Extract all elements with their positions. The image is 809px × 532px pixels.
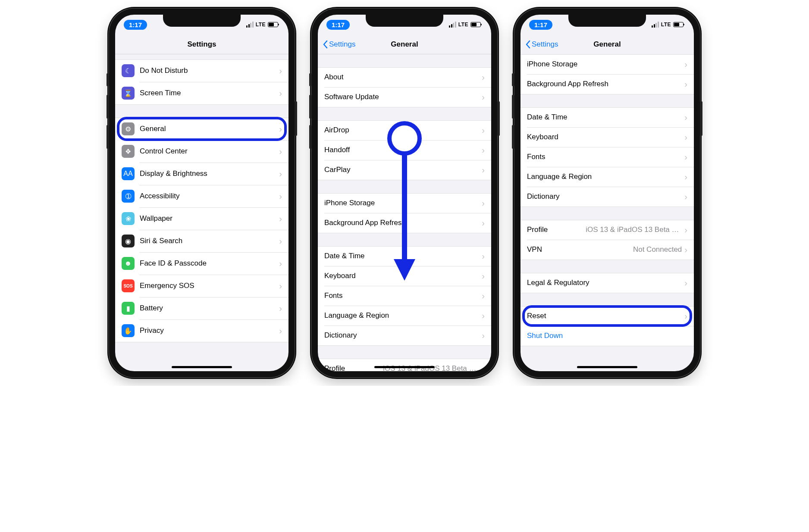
home-indicator[interactable] [172, 366, 232, 368]
row-siri[interactable]: ◉Siri & Search› [115, 230, 288, 252]
row-date-time[interactable]: Date & Time› [521, 107, 694, 127]
row-fonts[interactable]: Fonts› [318, 286, 491, 306]
battery-icon [470, 22, 481, 27]
general-list-scrolled[interactable]: iPhone Storage›Background App Refresh›Da… [521, 54, 694, 371]
row-label: Reset [527, 312, 684, 320]
row-label: Battery [140, 304, 279, 313]
row-label: CarPlay [324, 166, 482, 174]
row-keyboard[interactable]: Keyboard› [318, 266, 491, 286]
row-keyboard[interactable]: Keyboard› [521, 127, 694, 147]
privacy-icon: ✋ [122, 324, 135, 337]
row-language-region[interactable]: Language & Region› [318, 306, 491, 325]
chevron-right-icon: › [279, 169, 282, 178]
row-date-time[interactable]: Date & Time› [318, 246, 491, 266]
chevron-right-icon: › [684, 80, 687, 88]
general-list[interactable]: About›Software Update›AirDrop›Handoff›Ca… [318, 54, 491, 371]
settings-list[interactable]: ☾Do Not Disturb›⌛Screen Time›⚙General›❖C… [115, 54, 288, 371]
row-handoff[interactable]: Handoff› [318, 140, 491, 160]
chevron-right-icon: › [482, 331, 485, 340]
row-display[interactable]: AADisplay & Brightness› [115, 163, 288, 185]
row-legal[interactable]: Legal & Regulatory› [521, 273, 694, 293]
row-privacy[interactable]: ✋Privacy› [115, 319, 288, 342]
row-faceid[interactable]: ☻Face ID & Passcode› [115, 252, 288, 275]
chevron-right-icon: › [279, 66, 282, 75]
chevron-right-icon: › [482, 291, 485, 300]
row-dictionary[interactable]: Dictionary› [521, 187, 694, 207]
chevron-right-icon: › [482, 126, 485, 135]
row-software-update[interactable]: Software Update› [318, 87, 491, 107]
row-profile-cut[interactable]: ProfileiOS 13 & iPadOS 13 Beta Softwar..… [318, 359, 491, 371]
row-label: Accessibility [140, 192, 279, 200]
row-label: Dictionary [324, 331, 482, 340]
row-vpn[interactable]: VPNNot Connected› [521, 240, 694, 260]
row-language-region[interactable]: Language & Region› [521, 167, 694, 187]
row-fonts[interactable]: Fonts› [521, 147, 694, 167]
row-dnd[interactable]: ☾Do Not Disturb› [115, 59, 288, 82]
row-control-center[interactable]: ❖Control Center› [115, 140, 288, 163]
row-label: Background App Refresh [527, 80, 684, 88]
battery-icon [268, 22, 278, 27]
row-sos[interactable]: SOSEmergency SOS› [115, 275, 288, 297]
row-label: Fonts [527, 153, 684, 161]
row-profile[interactable]: ProfileiOS 13 & iPadOS 13 Beta Softwar..… [521, 220, 694, 240]
phone-frame-2: 1:17 LTE Settings General About›Software… [312, 9, 497, 377]
row-general[interactable]: ⚙General› [115, 118, 288, 140]
network-label: LTE [256, 22, 266, 28]
chevron-right-icon: › [684, 172, 687, 181]
control-center-icon: ❖ [122, 145, 135, 158]
row-screentime[interactable]: ⌛Screen Time› [115, 82, 288, 104]
accessibility-icon: ➀ [122, 190, 135, 203]
general-icon: ⚙ [122, 122, 135, 135]
chevron-right-icon: › [684, 225, 687, 234]
chevron-right-icon: › [279, 282, 282, 290]
notch [163, 15, 241, 27]
chevron-right-icon: › [482, 252, 485, 260]
dnd-icon: ☾ [122, 64, 135, 77]
chevron-right-icon: › [279, 125, 282, 133]
nav-bar: Settings General [521, 34, 694, 54]
row-shutdown[interactable]: Shut Down [521, 326, 694, 346]
row-carplay[interactable]: CarPlay› [318, 160, 491, 180]
row-label: Face ID & Passcode [140, 259, 279, 268]
row-iphone-storage[interactable]: iPhone Storage› [318, 193, 491, 213]
row-bg-refresh[interactable]: Background App Refresh› [318, 213, 491, 233]
home-indicator[interactable] [374, 366, 435, 368]
row-reset[interactable]: Reset› [521, 306, 694, 326]
row-accessibility[interactable]: ➀Accessibility› [115, 185, 288, 207]
chevron-right-icon: › [482, 199, 485, 207]
chevron-right-icon: › [684, 192, 687, 201]
row-bg-refresh[interactable]: Background App Refresh› [521, 74, 694, 94]
chevron-right-icon: › [279, 192, 282, 200]
row-value: iOS 13 & iPadOS 13 Beta Softwar... [586, 225, 682, 234]
chevron-right-icon: › [279, 147, 282, 156]
row-airdrop[interactable]: AirDrop› [318, 120, 491, 140]
row-wallpaper[interactable]: ❀Wallpaper› [115, 207, 288, 230]
network-label: LTE [458, 22, 468, 28]
chevron-right-icon: › [684, 133, 687, 141]
back-button[interactable]: Settings [322, 40, 355, 49]
row-label: General [140, 125, 279, 133]
row-label: Wallpaper [140, 214, 279, 223]
row-label: Date & Time [527, 113, 684, 122]
notch [568, 15, 646, 27]
chevron-right-icon: › [684, 153, 687, 161]
row-label: Background App Refresh [324, 219, 482, 227]
row-about[interactable]: About› [318, 67, 491, 87]
row-iphone-storage[interactable]: iPhone Storage› [521, 54, 694, 74]
row-label: iPhone Storage [527, 60, 684, 69]
back-button[interactable]: Settings [525, 40, 558, 49]
chevron-right-icon: › [482, 73, 485, 81]
row-dictionary[interactable]: Dictionary› [318, 325, 491, 345]
row-battery[interactable]: ▮Battery› [115, 297, 288, 319]
row-label: iPhone Storage [324, 199, 482, 207]
home-indicator[interactable] [577, 366, 637, 368]
chevron-right-icon: › [482, 311, 485, 320]
siri-icon: ◉ [122, 235, 135, 247]
row-label: Display & Brightness [140, 169, 279, 178]
row-label: Handoff [324, 146, 482, 154]
faceid-icon: ☻ [122, 257, 135, 270]
row-label: Control Center [140, 147, 279, 156]
row-label: AirDrop [324, 126, 482, 135]
row-label: Date & Time [324, 252, 482, 260]
row-label: Legal & Regulatory [527, 279, 684, 287]
